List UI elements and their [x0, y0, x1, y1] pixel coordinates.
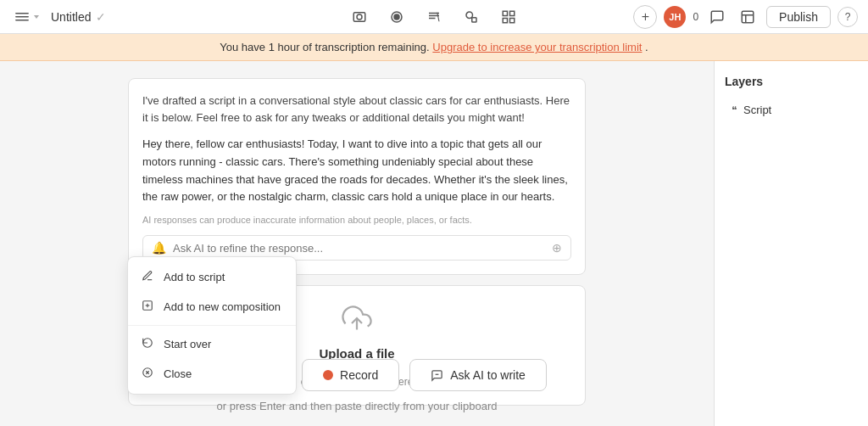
close-icon	[140, 367, 155, 381]
ai-chat-card: I've drafted a script in a conversationa…	[128, 78, 586, 275]
svg-rect-13	[742, 11, 754, 23]
ai-refine-input[interactable]	[173, 242, 545, 255]
dropdown-close[interactable]: Close	[128, 359, 296, 389]
svg-rect-10	[510, 11, 515, 15]
bottom-hint: or press Enter and then paste directly f…	[217, 400, 498, 412]
svg-rect-11	[503, 18, 507, 22]
svg-rect-9	[503, 11, 507, 15]
start-over-icon	[140, 337, 155, 351]
svg-rect-8	[472, 17, 476, 21]
grid-icon[interactable]	[497, 5, 520, 29]
layout-icon[interactable]	[736, 5, 760, 29]
ai-icon	[431, 369, 443, 382]
script-layer-icon: ❝	[732, 104, 737, 116]
svg-rect-12	[510, 18, 515, 22]
close-label: Close	[164, 367, 192, 380]
chat-icon[interactable]	[705, 5, 729, 29]
svg-rect-2	[15, 20, 29, 21]
upload-icon[interactable]	[348, 5, 371, 29]
record-button[interactable]: Record	[302, 359, 399, 391]
badge-count: 0	[693, 11, 698, 23]
sidebar: Layers ❝ Script	[714, 61, 868, 426]
saved-icon: ✓	[96, 10, 106, 24]
topbar-center	[348, 5, 520, 29]
bottom-bar: Start writing Record Ask AI to write or …	[0, 359, 714, 426]
help-button[interactable]: ?	[837, 7, 858, 27]
ask-ai-button[interactable]: Ask AI to write	[409, 359, 547, 391]
svg-point-6	[394, 14, 399, 20]
topbar-left: Untitled ✓	[10, 7, 341, 27]
sidebar-title: Layers	[725, 75, 858, 88]
topbar-right: + JH 0 Publish ?	[527, 5, 858, 29]
ask-ai-label: Ask AI to write	[450, 368, 526, 382]
add-to-script-label: Add to script	[164, 271, 225, 283]
svg-rect-0	[15, 13, 29, 14]
content-area: I've drafted a script in a conversationa…	[0, 61, 714, 426]
text-icon[interactable]	[422, 5, 446, 29]
publish-button[interactable]: Publish	[766, 6, 831, 28]
banner-text-suffix: .	[645, 41, 648, 53]
ai-refine-send-icon[interactable]: ⊕	[552, 241, 562, 255]
main-layout: I've drafted a script in a conversationa…	[0, 61, 868, 426]
add-button[interactable]: +	[633, 5, 657, 29]
shape-icon[interactable]	[459, 5, 483, 29]
script-layer-label: Script	[743, 104, 771, 116]
record-label: Record	[340, 368, 378, 382]
ai-content-text: Hey there, fellow car enthusiasts! Today…	[142, 136, 571, 206]
banner-text-prefix: You have 1 hour of transcription remaini…	[220, 41, 429, 53]
dropdown-divider	[128, 325, 296, 326]
dropdown-start-over[interactable]: Start over	[128, 329, 296, 359]
svg-rect-1	[15, 16, 29, 18]
topbar: Untitled ✓	[0, 0, 868, 34]
dropdown-add-to-script[interactable]: Add to script	[128, 262, 296, 292]
layer-item-script[interactable]: ❝ Script	[725, 98, 858, 121]
dropdown-add-to-composition[interactable]: Add to new composition	[128, 292, 296, 322]
start-over-label: Start over	[164, 338, 211, 350]
record-dot	[323, 370, 333, 380]
menu-icon	[15, 10, 29, 24]
chevron-down-icon	[32, 13, 41, 21]
add-composition-label: Add to new composition	[164, 300, 281, 313]
menu-button[interactable]	[10, 7, 46, 27]
notification-badge: 0	[693, 11, 698, 23]
ai-intro-text: I've drafted a script in a conversationa…	[142, 92, 571, 126]
avatar: JH	[664, 6, 686, 28]
dropdown-menu: Add to script Add to new composition	[127, 256, 297, 395]
record-icon[interactable]	[385, 5, 409, 29]
svg-point-4	[357, 14, 362, 20]
upload-cloud-icon	[342, 303, 372, 339]
ai-refine-icon: 🔔	[152, 241, 166, 255]
add-composition-icon	[140, 300, 155, 314]
add-to-script-icon	[140, 270, 155, 284]
banner: You have 1 hour of transcription remaini…	[0, 34, 868, 61]
app-title: Untitled	[51, 10, 91, 24]
ai-disclaimer: AI responses can produce inaccurate info…	[142, 215, 571, 225]
banner-upgrade-link[interactable]: Upgrade to increase your transcription l…	[432, 41, 642, 53]
